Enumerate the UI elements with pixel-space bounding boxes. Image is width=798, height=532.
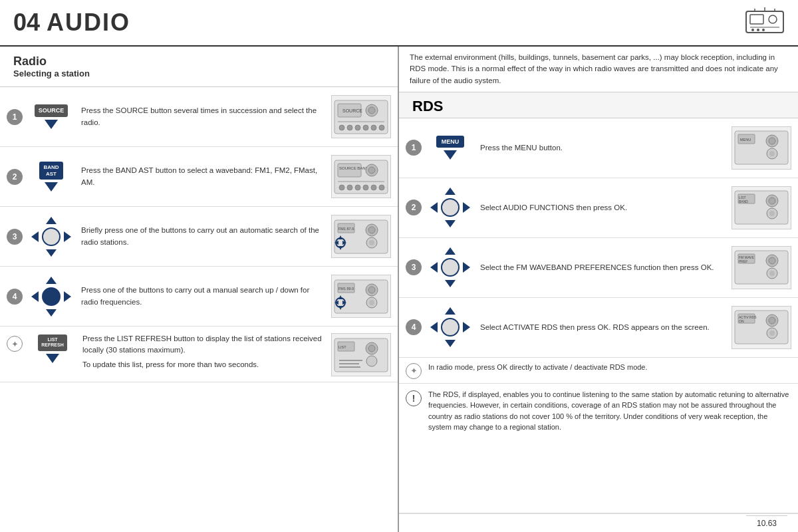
rds-step-2: 2 Select AUDIO FUNCTIONS then press OK. … [399,178,798,238]
rds-section-header: RDS [399,92,798,118]
step-4-image: FM1 89.0 [331,275,391,318]
rds-note-1: ✦ In radio mode, press OK directly to ac… [399,358,798,384]
svg-point-19 [363,125,368,130]
svg-text:LIST: LIST [338,345,346,349]
svg-point-62 [368,345,375,352]
rds-step-3-text: Select the FM WAVEBAND PREFERENCES funct… [480,262,726,273]
svg-point-95 [769,317,775,324]
step-3-text: Briefly press one of the buttons to carr… [81,225,326,248]
rds-step-2-icon [427,188,473,227]
svg-point-89 [769,271,775,276]
svg-rect-66 [339,366,360,368]
main-content: Radio Selecting a station 1 SOURCE Press… [0,47,798,532]
svg-text:PREF: PREF [739,259,747,263]
left-step-1: 1 SOURCE Press the SOURCE button several… [0,87,398,147]
svg-rect-65 [339,363,359,364]
step-1-icon: SOURCE [28,104,74,129]
svg-text:MENU: MENU [740,138,751,142]
svg-point-2 [769,15,777,23]
rds-step-4: 4 Select ACTIVATE RDS then press OK. RDS… [399,298,798,358]
svg-point-28 [339,185,344,190]
svg-text:FM1   87.6: FM1 87.6 [338,227,354,231]
list-arrow-down-icon [46,354,59,363]
svg-text:SOURCE: SOURCE [342,108,362,113]
svg-point-18 [355,125,360,130]
rds-step-2-image: LIST BAND [732,186,791,229]
svg-rect-1 [750,15,763,24]
page-header: 04 AUDIO [0,0,798,47]
left-step-2: 2 BANDAST Press the BAND AST button to s… [0,147,398,207]
svg-text:BAND: BAND [739,200,748,203]
svg-point-32 [371,185,376,190]
left-panel: Radio Selecting a station 1 SOURCE Press… [0,47,399,532]
svg-rect-27 [338,181,384,182]
svg-rect-23 [338,164,361,177]
step-1-text: Press the SOURCE button several times in… [81,105,326,128]
left-note-row: ✦ LISTREFRESH Press the LIST REFRESH but… [0,327,398,382]
rds-step-2-text: Select AUDIO FUNCTIONS then press OK. [480,202,726,213]
svg-point-5 [757,29,759,31]
svg-point-31 [363,185,368,190]
left-step-3: 3 Briefly press one of the buttons to ca… [0,207,398,267]
source-button-icon: SOURCE [35,104,68,117]
bottom-bar: 10.63 [399,513,798,532]
rds-note-2: ! The RDS, if displayed, enables you to … [399,384,798,513]
step-2-icon: BANDAST [28,162,74,192]
left-section-subtitle: Selecting a station [13,68,384,78]
rds-step-4-image: ACTIV RDS ON [732,306,791,349]
arrow-down-2-icon [45,182,58,192]
svg-point-26 [368,167,375,174]
step-number-4: 4 [7,289,23,305]
svg-point-33 [379,185,384,190]
step-2-image: SOURCE BAND [331,155,391,198]
right-panel: The external environment (hills, buildin… [399,47,798,532]
rds-star-symbol: ✦ [406,363,422,379]
rds-step-number-3: 3 [406,259,422,275]
left-note-text: Press the LIST REFRESH button to display… [82,333,326,370]
rds-step-1-image: MENU [732,126,791,170]
step-number-2: 2 [7,169,23,185]
left-section-title: Radio [13,55,384,68]
step-2-text: Press the BAND AST button to select a wa… [81,165,326,188]
svg-point-79 [769,198,775,204]
svg-rect-64 [339,360,362,361]
svg-point-6 [762,29,765,31]
rds-step-3-image: FM WAVE PREF [732,246,791,289]
svg-rect-15 [338,121,384,122]
rds-note-2-text: The RDS, if displayed, enables you to co… [428,389,791,433]
rds-step-3-icon [427,247,473,287]
svg-point-4 [751,29,754,31]
svg-point-20 [371,125,376,130]
left-step-4: 4 Press one of the buttons to carry out … [0,267,398,327]
chapter-info: 04 AUDIO [13,9,130,37]
svg-point-50 [368,287,375,293]
svg-point-38 [368,227,375,233]
step-3-icon [28,217,74,257]
rds-step-3: 3 Select the FM WAVEBAND PREFERENCES fun… [399,238,798,298]
rds-step-1: 1 MENU Press the MENU button. MENU [399,118,798,178]
svg-point-73 [769,151,775,156]
band-button-icon: BANDAST [39,162,63,180]
header-icon [745,6,785,40]
rds-title: RDS [412,98,785,115]
page-number: 10.63 [746,515,787,531]
step-3-image: FM1 87.6 [331,215,391,258]
svg-text:ON: ON [739,319,744,323]
note-text-line1: Press the LIST REFRESH button to display… [82,333,326,356]
svg-point-87 [769,257,775,264]
note-image: LIST [331,333,391,376]
exclamation-symbol: ! [406,390,422,406]
svg-text:SOURCE  BAND: SOURCE BAND [339,166,369,170]
svg-point-71 [769,138,775,144]
svg-point-30 [355,185,360,190]
step-4-text: Press one of the buttons to carry out a … [81,285,326,308]
step-1-image: SOURCE [331,95,391,138]
rds-step-1-text: Press the MENU button. [480,142,726,154]
rds-step-number-2: 2 [406,200,422,215]
svg-point-52 [369,300,374,305]
svg-point-81 [769,211,775,216]
chapter-number: 04 [13,9,40,37]
rds-step-4-icon [427,307,473,347]
arrow-down-icon [45,120,58,129]
svg-point-40 [369,240,374,245]
